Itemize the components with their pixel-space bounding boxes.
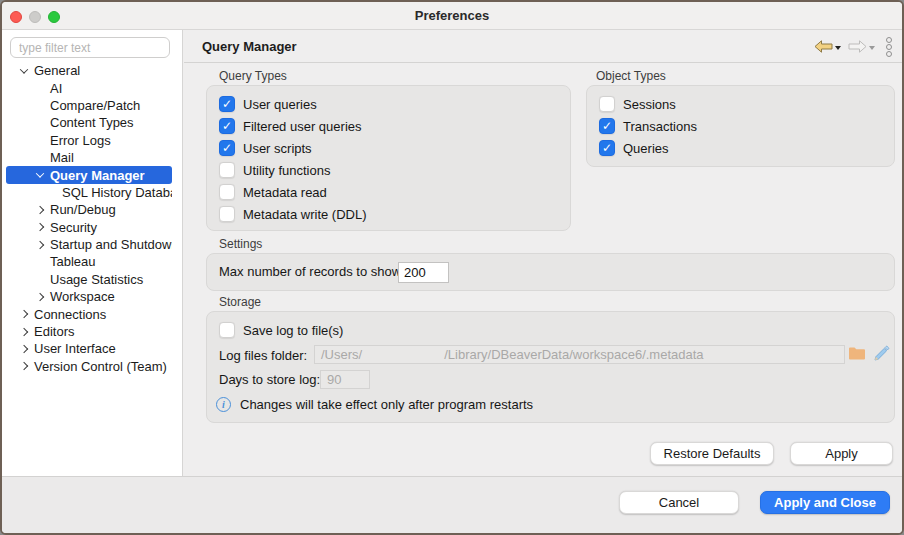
sidebar-item-error-logs[interactable]: Error Logs [6, 132, 172, 149]
checkbox-transactions[interactable]: Transactions [587, 115, 894, 137]
sidebar-item-label: Compare/Patch [50, 98, 140, 113]
checkbox-icon[interactable] [219, 322, 235, 338]
checkbox-sessions[interactable]: Sessions [587, 93, 894, 115]
close-window-icon[interactable] [10, 11, 22, 23]
apply-button[interactable]: Apply [790, 442, 893, 465]
sidebar-item-ai[interactable]: AI [6, 79, 172, 96]
minimize-window-icon [29, 11, 41, 23]
sidebar-item-usage-statistics[interactable]: Usage Statistics [6, 271, 172, 288]
settings-group: Max number of records to show: [206, 253, 895, 291]
query-types-label: Query Types [219, 69, 287, 83]
sidebar-item-mail[interactable]: Mail [6, 149, 172, 166]
forward-dropdown-icon[interactable] [869, 46, 875, 50]
chevron-right-icon[interactable] [14, 346, 34, 352]
checkbox-utility-functions[interactable]: Utility functions [207, 159, 570, 181]
sidebar-item-startup-and-shutdown[interactable]: Startup and Shutdowr [6, 236, 172, 253]
storage-group: Save log to file(s) Log files folder: /U… [206, 311, 895, 423]
edit-pencil-icon[interactable] [872, 345, 890, 363]
page-header: Query Manager [184, 30, 902, 63]
checkbox-user-queries[interactable]: User queries [207, 93, 570, 115]
sidebar-item-run-debug[interactable]: Run/Debug [6, 201, 172, 218]
sidebar-item-label: Security [50, 220, 97, 235]
checkbox-icon[interactable] [219, 162, 235, 178]
sidebar-item-label: Startup and Shutdowr [50, 237, 172, 252]
checkbox-label: Save log to file(s) [243, 323, 343, 338]
restore-defaults-button[interactable]: Restore Defaults [650, 442, 774, 465]
object-types-label: Object Types [596, 69, 666, 83]
sidebar-item-label: Version Control (Team) [34, 359, 167, 374]
chevron-down-icon[interactable] [30, 172, 50, 178]
checkbox-user-scripts[interactable]: User scripts [207, 137, 570, 159]
sidebar-item-label: User Interface [34, 341, 116, 356]
chevron-right-icon[interactable] [14, 311, 34, 317]
sidebar-item-compare-patch[interactable]: Compare/Patch [6, 97, 172, 114]
chevron-right-icon[interactable] [30, 294, 50, 300]
checkbox-icon[interactable] [219, 206, 235, 222]
preferences-tree: General AI Compare/Patch Content Types E… [2, 62, 182, 375]
view-menu-icon[interactable] [886, 37, 892, 57]
checkbox-metadata-read[interactable]: Metadata read [207, 181, 570, 203]
checkbox-icon[interactable] [219, 96, 235, 112]
sidebar-item-label: AI [50, 81, 62, 96]
sidebar-item-query-manager[interactable]: Query Manager [6, 166, 172, 183]
sidebar-item-label: SQL History Databa [62, 185, 172, 200]
restart-info-text: Changes will take effect only after prog… [240, 397, 533, 412]
checkbox-label: Metadata write (DDL) [243, 207, 367, 222]
forward-arrow-icon [848, 40, 867, 53]
forward-button[interactable] [846, 38, 877, 55]
sidebar-item-content-types[interactable]: Content Types [6, 114, 172, 131]
sidebar-item-workspace[interactable]: Workspace [6, 288, 172, 305]
sidebar-item-label: Run/Debug [50, 202, 116, 217]
chevron-right-icon[interactable] [14, 329, 34, 335]
sidebar-item-label: Connections [34, 307, 106, 322]
log-folder-label: Log files folder: [219, 348, 307, 363]
sidebar-item-label: Usage Statistics [50, 272, 143, 287]
checkbox-icon[interactable] [219, 140, 235, 156]
chevron-right-icon[interactable] [30, 224, 50, 230]
sidebar-item-tableau[interactable]: Tableau [6, 253, 172, 270]
storage-label: Storage [219, 295, 261, 309]
max-records-input[interactable] [398, 262, 449, 283]
sidebar-item-user-interface[interactable]: User Interface [6, 340, 172, 357]
restart-info-row: i Changes will take effect only after pr… [216, 397, 533, 412]
checkbox-save-log[interactable]: Save log to file(s) [207, 319, 343, 341]
sidebar-item-label: Tableau [50, 254, 96, 269]
sidebar-item-label: General [34, 63, 80, 78]
checkbox-label: User queries [243, 97, 317, 112]
checkbox-label: Metadata read [243, 185, 327, 200]
page-title: Query Manager [202, 39, 297, 54]
sidebar-item-general[interactable]: General [6, 62, 172, 79]
chevron-right-icon[interactable] [14, 363, 34, 369]
content-panel: Query Manager [184, 30, 902, 476]
checkbox-queries[interactable]: Queries [587, 137, 894, 159]
checkbox-metadata-write[interactable]: Metadata write (DDL) [207, 203, 570, 225]
chevron-right-icon[interactable] [30, 207, 50, 213]
checkbox-icon[interactable] [599, 140, 615, 156]
checkbox-icon[interactable] [599, 96, 615, 112]
zoom-window-icon[interactable] [48, 11, 60, 23]
back-dropdown-icon[interactable] [835, 46, 841, 50]
max-records-label: Max number of records to show: [219, 264, 405, 279]
sidebar-item-security[interactable]: Security [6, 219, 172, 236]
checkbox-icon[interactable] [219, 184, 235, 200]
checkbox-label: Utility functions [243, 163, 330, 178]
browse-folder-icon[interactable] [848, 346, 866, 361]
sidebar-item-editors[interactable]: Editors [6, 323, 172, 340]
sidebar-item-connections[interactable]: Connections [6, 305, 172, 322]
cancel-button[interactable]: Cancel [619, 491, 739, 514]
checkbox-icon[interactable] [219, 118, 235, 134]
chevron-down-icon[interactable] [14, 68, 34, 74]
back-button[interactable] [812, 38, 843, 55]
sidebar-item-sql-history-database[interactable]: SQL History Databa [6, 184, 172, 201]
filter-input[interactable] [10, 37, 170, 58]
chevron-right-icon[interactable] [30, 242, 50, 248]
days-to-store-value: 90 [327, 372, 341, 387]
checkbox-filtered-user-queries[interactable]: Filtered user queries [207, 115, 570, 137]
title-bar: Preferences [2, 2, 902, 30]
checkbox-label: Sessions [623, 97, 676, 112]
checkbox-icon[interactable] [599, 118, 615, 134]
apply-and-close-button[interactable]: Apply and Close [760, 491, 890, 514]
dialog-footer: Cancel Apply and Close [2, 476, 902, 533]
checkbox-label: User scripts [243, 141, 312, 156]
sidebar-item-version-control[interactable]: Version Control (Team) [6, 358, 172, 375]
